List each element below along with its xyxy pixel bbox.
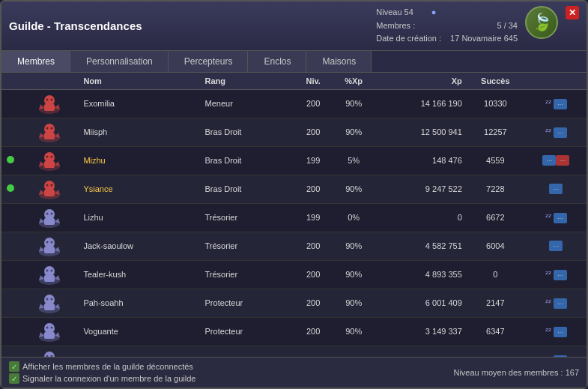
svg-point-33 — [46, 212, 49, 214]
close-button[interactable]: ✕ — [566, 6, 579, 19]
table-row: Pah-soahh Protecteur 200 90% 6 001 409 2… — [1, 289, 587, 317]
sleeping-icon: ᶻᶻ — [545, 98, 551, 109]
action-btn[interactable]: ··· — [549, 241, 563, 251]
action-btn[interactable]: ··· — [542, 155, 556, 166]
online-status-cell — [1, 118, 19, 146]
avatar-svg — [33, 235, 67, 256]
svg-point-48 — [51, 269, 53, 271]
col-online — [1, 73, 19, 90]
svg-point-8 — [44, 124, 55, 134]
sleeping-icon: ᶻᶻ — [545, 326, 551, 337]
svg-point-36 — [44, 238, 55, 248]
member-succes: 0 — [465, 260, 526, 289]
svg-point-55 — [51, 298, 53, 300]
action-btn[interactable]: ··· — [549, 184, 563, 194]
action-btn[interactable]: ··· — [554, 213, 567, 223]
action-btn[interactable]: ··· — [554, 127, 567, 138]
member-xp: 3 149 337 — [374, 317, 465, 346]
member-name: Tealer-kush — [80, 260, 201, 289]
action-btn[interactable]: ··· — [554, 298, 567, 309]
table-row: Exomilia Meneur 200 90% 14 166 190 10330… — [1, 89, 587, 118]
online-status-cell — [1, 289, 19, 317]
member-xp: 4 582 751 — [374, 232, 465, 260]
avatar — [31, 206, 69, 229]
svg-point-54 — [46, 298, 49, 300]
svg-rect-23 — [44, 190, 55, 196]
avatar-cell — [19, 317, 80, 346]
member-name: Jack-saoulow — [80, 232, 201, 260]
member-actions: ᶻᶻ ··· — [526, 203, 587, 232]
avatar-svg — [33, 349, 67, 357]
svg-point-27 — [51, 184, 53, 186]
member-xppct: 90% — [333, 118, 374, 146]
member-succes: 6672 — [465, 203, 526, 232]
member-rang: Trésorier — [202, 232, 294, 260]
svg-rect-16 — [44, 161, 55, 168]
avatar-svg — [33, 321, 67, 342]
table-header-row: Nom Rang Niv. %Xp Xp Succès — [1, 73, 587, 90]
col-actions-header — [526, 73, 587, 90]
tab-enclos[interactable]: Enclos — [248, 51, 306, 72]
tab-maisons[interactable]: Maisons — [306, 51, 372, 72]
date-value: 17 Novamaire 645 — [450, 32, 518, 46]
member-actions: ᶻᶻ ··· — [526, 317, 587, 346]
member-succes: 7228 — [465, 175, 526, 203]
online-status-cell — [1, 89, 19, 118]
member-xp: 33 172 — [374, 346, 465, 357]
member-rang: Trésorier — [202, 203, 294, 232]
guild-emblem: 🍃 — [525, 6, 558, 39]
svg-point-34 — [51, 212, 53, 214]
member-actions: ᶻᶻ ··· — [526, 289, 587, 317]
avatar — [31, 178, 69, 200]
avatar — [31, 92, 69, 115]
svg-rect-2 — [44, 104, 55, 111]
sleeping-icon: ᶻᶻ — [545, 127, 551, 137]
tab-personnalisation[interactable]: Personnalisation — [70, 51, 169, 72]
member-name: Obriaca — [80, 346, 201, 357]
member-name: Lizhu — [80, 203, 201, 232]
online-indicator — [7, 156, 14, 163]
checkbox-2[interactable]: ✓ — [9, 373, 19, 384]
online-status-cell — [1, 203, 19, 232]
guild-window: Guilde - Transcendances Niveau 54 ● Memb… — [0, 0, 588, 389]
tab-bar: Membres Personnalisation Percepteurs Enc… — [1, 51, 587, 73]
member-niv: 200 — [293, 289, 333, 317]
svg-point-13 — [51, 127, 53, 129]
table-row: Lizhu Trésorier 199 0% 0 6672 ᶻᶻ ··· — [1, 203, 587, 232]
svg-point-57 — [44, 323, 55, 334]
members-table-container[interactable]: Nom Rang Niv. %Xp Xp Succès — [1, 73, 587, 357]
tab-percepteurs[interactable]: Percepteurs — [169, 51, 249, 72]
member-xp: 4 893 355 — [374, 260, 465, 289]
member-xppct: 90% — [333, 232, 374, 260]
action-btn[interactable]: ··· — [554, 327, 567, 337]
avatar-svg — [33, 93, 67, 114]
member-name: Voguante — [80, 317, 201, 346]
avatar-cell — [19, 289, 80, 317]
member-xp: 6 001 409 — [374, 289, 465, 317]
member-rang: Meneur — [202, 89, 294, 118]
member-xp: 12 500 941 — [374, 118, 465, 146]
avatar — [31, 149, 69, 172]
svg-point-40 — [46, 241, 49, 243]
member-xppct: 5% — [333, 346, 374, 357]
checkbox-1[interactable]: ✓ — [9, 361, 19, 372]
col-nom-header: Nom — [80, 73, 201, 90]
avatar-svg — [33, 292, 67, 313]
table-row: Miisph Bras Droit 200 90% 12 500 941 122… — [1, 118, 587, 146]
sleeping-icon: ᶻᶻ — [545, 212, 551, 223]
avatar-svg — [33, 150, 67, 171]
svg-rect-9 — [44, 133, 55, 139]
tab-membres[interactable]: Membres — [1, 51, 70, 72]
svg-point-26 — [46, 184, 49, 186]
member-niv: 200 — [293, 317, 333, 346]
svg-point-20 — [51, 155, 53, 157]
action-btn[interactable]: ··· — [554, 99, 567, 109]
avatar-cell — [19, 232, 80, 260]
member-rang: Protecteur — [202, 317, 294, 346]
member-succes: 4559 — [465, 146, 526, 175]
member-actions: ··· — [526, 175, 587, 203]
svg-point-47 — [46, 269, 49, 271]
action-btn[interactable]: ··· — [554, 270, 567, 280]
avatar — [31, 320, 69, 343]
action-btn[interactable]: ··· — [556, 155, 569, 166]
